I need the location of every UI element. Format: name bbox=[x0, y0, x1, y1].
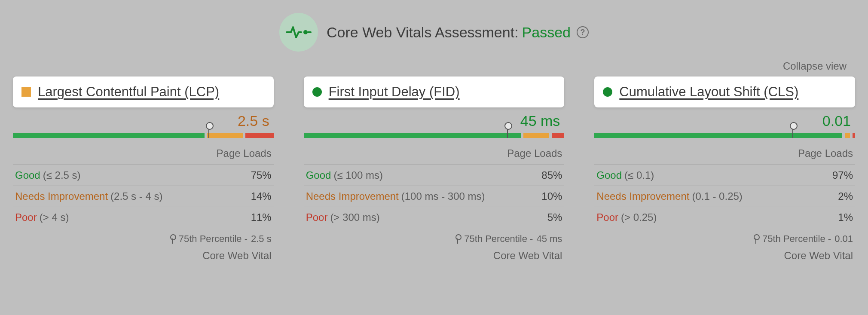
assessment-title: Core Web Vitals Assessment: bbox=[327, 24, 519, 41]
page-loads-header: Page Loads bbox=[304, 144, 565, 165]
dist-row-poor: Poor(> 300 ms) 5% bbox=[304, 207, 565, 228]
bar-ni-segment bbox=[207, 133, 243, 138]
percentile-label: 75th Percentile - 0.01 bbox=[594, 228, 855, 246]
metric-card-lcp: Largest Contentful Paint (LCP) 2.5 s Pag… bbox=[13, 76, 274, 262]
percentile-label: 75th Percentile - 45 ms bbox=[304, 228, 565, 246]
percentile-key-icon bbox=[169, 234, 175, 244]
status-indicator-icon bbox=[312, 87, 322, 97]
distribution-bar bbox=[594, 133, 855, 140]
bar-ni-segment bbox=[845, 133, 850, 138]
dist-row-good: Good(≤ 2.5 s) 75% bbox=[13, 165, 274, 186]
bar-good-segment bbox=[304, 133, 521, 138]
distribution-bar bbox=[304, 133, 565, 140]
page-loads-header: Page Loads bbox=[594, 144, 855, 165]
percentile-marker-icon bbox=[208, 126, 209, 138]
metric-title-link[interactable]: Largest Contentful Paint (LCP) bbox=[38, 84, 219, 100]
page-loads-header: Page Loads bbox=[13, 144, 274, 165]
metric-value: 45 ms bbox=[304, 107, 565, 133]
percentile-marker-icon bbox=[792, 126, 793, 138]
metric-header-cls: Cumulative Layout Shift (CLS) bbox=[594, 76, 855, 107]
dist-row-ni: Needs Improvement(100 ms - 300 ms) 10% bbox=[304, 186, 565, 207]
dist-row-ni: Needs Improvement(0.1 - 0.25) 2% bbox=[594, 186, 855, 207]
bar-good-segment bbox=[594, 133, 842, 138]
dist-row-poor: Poor(> 4 s) 11% bbox=[13, 207, 274, 228]
assessment-status: Passed bbox=[522, 24, 571, 41]
status-indicator-icon bbox=[21, 87, 31, 97]
metric-header-lcp: Largest Contentful Paint (LCP) bbox=[13, 76, 274, 107]
metric-value: 0.01 bbox=[594, 107, 855, 133]
distribution-bar bbox=[13, 133, 274, 140]
vitals-pulse-icon bbox=[279, 13, 318, 52]
percentile-key-icon bbox=[455, 234, 461, 244]
dist-row-ni: Needs Improvement(2.5 s - 4 s) 14% bbox=[13, 186, 274, 207]
metric-value: 2.5 s bbox=[13, 107, 274, 133]
dist-row-good: Good(≤ 100 ms) 85% bbox=[304, 165, 565, 186]
core-web-vital-label: Core Web Vital bbox=[13, 246, 274, 262]
dist-row-poor: Poor(> 0.25) 1% bbox=[594, 207, 855, 228]
metrics-row: Largest Contentful Paint (LCP) 2.5 s Pag… bbox=[0, 76, 868, 262]
svg-point-0 bbox=[303, 30, 308, 34]
percentile-key-icon bbox=[753, 234, 759, 244]
metric-title-link[interactable]: Cumulative Layout Shift (CLS) bbox=[619, 84, 798, 100]
bar-good-segment bbox=[13, 133, 205, 138]
metric-title-link[interactable]: First Input Delay (FID) bbox=[329, 84, 460, 100]
metric-card-cls: Cumulative Layout Shift (CLS) 0.01 Page … bbox=[594, 76, 855, 262]
status-indicator-icon bbox=[603, 87, 612, 97]
core-web-vital-label: Core Web Vital bbox=[594, 246, 855, 262]
bar-poor-segment bbox=[853, 133, 855, 138]
dist-row-good: Good(≤ 0.1) 97% bbox=[594, 165, 855, 186]
collapse-view-link[interactable]: Collapse view bbox=[0, 52, 868, 76]
core-web-vital-label: Core Web Vital bbox=[304, 246, 565, 262]
bar-ni-segment bbox=[523, 133, 549, 138]
bar-poor-segment bbox=[552, 133, 565, 138]
metric-header-fid: First Input Delay (FID) bbox=[304, 76, 565, 107]
bar-poor-segment bbox=[245, 133, 273, 138]
help-icon[interactable]: ? bbox=[577, 26, 589, 38]
assessment-header: Core Web Vitals Assessment: Passed ? bbox=[0, 0, 868, 52]
percentile-label: 75th Percentile - 2.5 s bbox=[13, 228, 274, 246]
metric-card-fid: First Input Delay (FID) 45 ms Page Loads… bbox=[304, 76, 565, 262]
percentile-marker-icon bbox=[507, 126, 508, 138]
